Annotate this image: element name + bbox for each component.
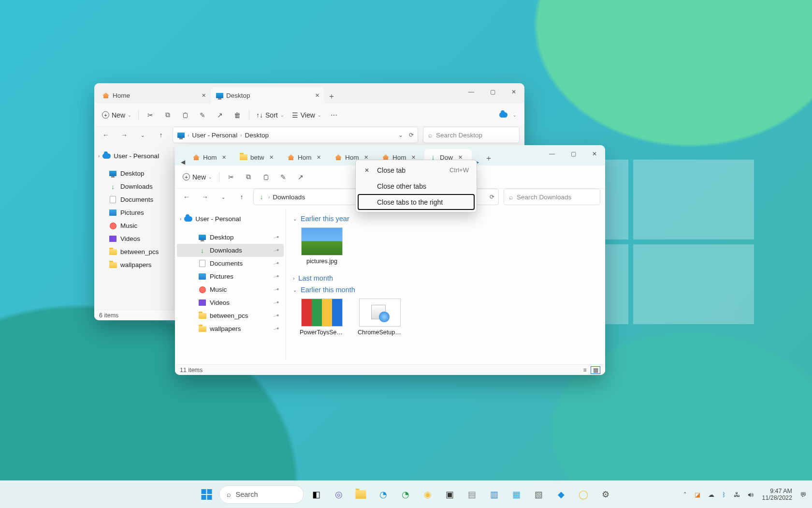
close-button[interactable]: ✕: [503, 83, 524, 101]
menu-item-close tabs to the right[interactable]: Close tabs to the right: [358, 194, 475, 210]
addr-dropdown-button[interactable]: ⌄: [398, 132, 403, 138]
sidebar-item-wallpapers[interactable]: wallpapers 📍︎: [177, 322, 284, 335]
more-button[interactable]: ⋯: [326, 107, 342, 123]
new-tab-button[interactable]: ＋: [324, 91, 339, 104]
content-area[interactable]: ⌄ Earlier this year pictures.jpg › Last …: [286, 209, 605, 360]
sidebar-item-between_pcs[interactable]: between_pcs: [96, 245, 172, 258]
tray-volume-icon[interactable]: 🔊︎: [748, 491, 754, 498]
breadcrumb-segment[interactable]: Downloads: [273, 194, 305, 201]
task-view-button[interactable]: ◧: [307, 485, 326, 504]
sidebar-item-music[interactable]: Music: [96, 219, 172, 232]
taskbar-search[interactable]: ⌕Search: [219, 485, 304, 504]
sidebar-item-pictures[interactable]: Pictures 📍︎: [177, 270, 284, 283]
close-button[interactable]: ✕: [584, 145, 605, 163]
minimize-button[interactable]: —: [461, 83, 482, 101]
taskbar-app-settings[interactable]: ⚙: [596, 485, 615, 504]
refresh-button[interactable]: ⟳: [409, 132, 414, 138]
forward-button[interactable]: →: [117, 128, 131, 142]
rename-button[interactable]: ✎: [276, 169, 291, 185]
tab-close-button[interactable]: ✕: [268, 154, 275, 161]
new-button[interactable]: +New⌄: [99, 107, 134, 123]
cut-button[interactable]: ✂: [223, 169, 239, 185]
tray-overflow-button[interactable]: ˄: [683, 491, 687, 498]
tab-close-button[interactable]: ✕: [200, 92, 207, 99]
icons-view-button[interactable]: ▦: [591, 366, 600, 374]
taskbar-app-edge-beta[interactable]: ◔: [396, 485, 415, 504]
tray-bluetooth-icon[interactable]: ᛒ: [722, 491, 726, 498]
delete-button[interactable]: 🗑︎: [230, 107, 245, 123]
new-button[interactable]: +New⌄: [180, 169, 215, 185]
tab-desktop[interactable]: Desktop ✕: [211, 87, 324, 104]
minimize-button[interactable]: —: [541, 145, 563, 163]
tab-scroll-left[interactable]: ◀: [178, 159, 188, 165]
maximize-button[interactable]: ▢: [482, 83, 503, 101]
sidebar-root[interactable]: ›User - Personal: [175, 211, 286, 227]
sidebar-item-wallpapers[interactable]: wallpapers: [96, 258, 172, 271]
sidebar-item-desktop[interactable]: Desktop: [96, 167, 172, 180]
forward-button[interactable]: →: [198, 190, 212, 204]
details-view-button[interactable]: ≡: [580, 366, 590, 374]
tab-close-button[interactable]: ✕: [314, 92, 320, 99]
sidebar-root[interactable]: ›User - Personal: [94, 149, 174, 163]
sidebar-item-downloads[interactable]: ↓ Downloads: [96, 180, 172, 193]
file-item[interactable]: pictures.jpg: [300, 227, 344, 265]
tab-home[interactable]: Home ✕: [97, 87, 211, 104]
menu-item-close tab[interactable]: ✕ Close tab Ctrl+W: [358, 162, 475, 178]
recent-button[interactable]: ⌄: [136, 128, 149, 142]
taskbar-app-notepad[interactable]: ▦: [507, 485, 526, 504]
up-button[interactable]: ↑: [235, 190, 248, 204]
taskbar-app[interactable]: ▥: [485, 485, 504, 504]
refresh-button[interactable]: ⟳: [490, 194, 494, 200]
up-button[interactable]: ↑: [154, 128, 168, 142]
tray-notifications-button[interactable]: 💬︎: [800, 491, 806, 498]
onedrive-status-icon[interactable]: ⌄: [496, 107, 520, 123]
sidebar-item-documents[interactable]: Documents: [96, 193, 172, 206]
sidebar-item-desktop[interactable]: Desktop 📍︎: [177, 231, 284, 244]
back-button[interactable]: ←: [180, 190, 193, 204]
search-input[interactable]: ⌕ Search Desktop: [423, 127, 520, 143]
address-bar[interactable]: › User - Personal › Desktop ⌄⟳: [173, 127, 418, 143]
file-item[interactable]: PowerToysSetup-: [300, 299, 344, 336]
taskbar-app-terminal[interactable]: ▣: [440, 485, 460, 504]
tab-betw[interactable]: betw ✕: [235, 149, 282, 165]
taskbar-app[interactable]: ◎: [329, 485, 348, 504]
group-header[interactable]: › Last month: [293, 272, 598, 284]
tab-close-button[interactable]: ✕: [221, 154, 228, 161]
taskbar-app[interactable]: ▤: [463, 485, 482, 504]
taskbar-app[interactable]: ▧: [529, 485, 549, 504]
taskbar-clock[interactable]: 9:47 AM 11/28/2022: [762, 488, 792, 501]
rename-button[interactable]: ✎: [195, 107, 210, 123]
sidebar-item-downloads[interactable]: ↓ Downloads 📍︎: [177, 244, 284, 257]
sidebar-item-between_pcs[interactable]: between_pcs 📍︎: [177, 309, 284, 322]
taskbar-app-edge[interactable]: ◔: [374, 485, 393, 504]
back-button[interactable]: ←: [99, 128, 113, 142]
sidebar-item-music[interactable]: Music 📍︎: [177, 283, 284, 296]
file-item[interactable]: ChromeSetup.ex: [358, 299, 402, 336]
maximize-button[interactable]: ▢: [563, 145, 584, 163]
sort-button[interactable]: ↑↓ Sort⌄: [253, 107, 287, 123]
tray-icon[interactable]: ◪: [695, 491, 700, 498]
tray-onedrive-icon[interactable]: ☁: [708, 491, 714, 498]
copy-button[interactable]: ⧉: [160, 107, 175, 123]
taskbar-app[interactable]: ◯: [574, 485, 593, 504]
tab-hom[interactable]: Hom ✕: [282, 149, 330, 165]
tray-network-icon[interactable]: 🖧︎: [734, 491, 740, 498]
cut-button[interactable]: ✂: [143, 107, 158, 123]
sidebar-item-videos[interactable]: Videos 📍︎: [177, 296, 284, 309]
paste-button[interactable]: 📋︎: [258, 169, 274, 185]
share-button[interactable]: ↗: [293, 169, 308, 185]
start-button[interactable]: [197, 485, 217, 504]
search-input[interactable]: ⌕ Search Downloads: [504, 189, 600, 205]
breadcrumb-segment[interactable]: Desktop: [245, 132, 269, 139]
group-header[interactable]: ⌄ Earlier this year: [293, 213, 598, 224]
share-button[interactable]: ↗: [212, 107, 228, 123]
sidebar-item-pictures[interactable]: Pictures: [96, 206, 172, 219]
taskbar-app[interactable]: ◆: [551, 485, 571, 504]
sidebar-item-videos[interactable]: Videos: [96, 232, 172, 245]
taskbar-app-chrome[interactable]: ◉: [418, 485, 437, 504]
new-tab-button[interactable]: ＋: [481, 153, 496, 165]
paste-button[interactable]: 📋︎: [177, 107, 193, 123]
view-button[interactable]: ☰ View⌄: [289, 107, 324, 123]
tab-close-button[interactable]: ✕: [316, 154, 322, 161]
copy-button[interactable]: ⧉: [241, 169, 256, 185]
